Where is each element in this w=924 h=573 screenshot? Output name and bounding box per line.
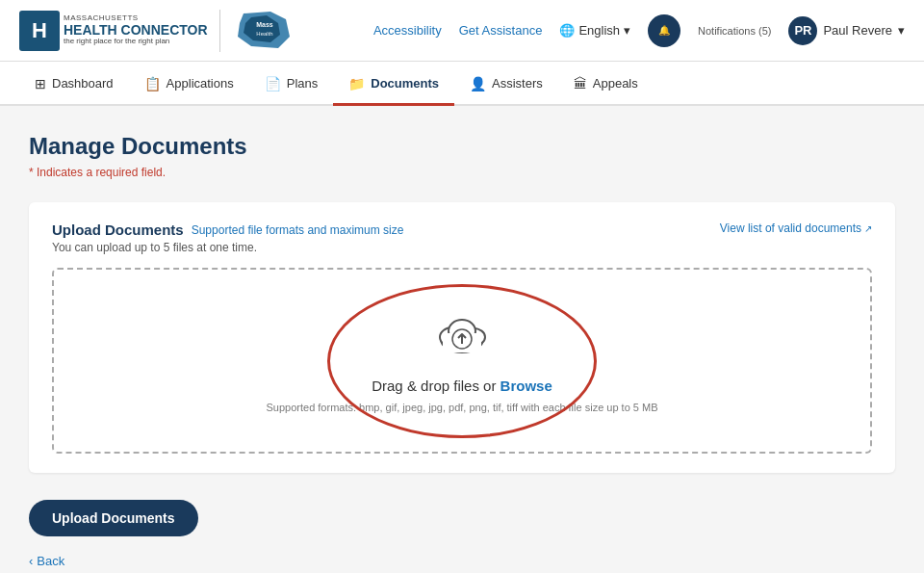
- required-asterisk: *: [29, 166, 34, 179]
- health-connector-logo: H MASSACHUSETTS HEALTH CONNECTOR the rig…: [19, 11, 208, 51]
- svg-text:Health: Health: [256, 31, 272, 37]
- supported-formats-text: Supported formats: bmp, gif, jpeg, jpg, …: [266, 402, 657, 413]
- cloud-upload-icon: [431, 308, 493, 364]
- user-menu-button[interactable]: PR Paul Revere ▾: [788, 16, 905, 45]
- notifications-button[interactable]: 🔔: [648, 14, 680, 47]
- tab-dashboard[interactable]: ⊞ Dashboard: [19, 64, 129, 106]
- masshealth-svg: Mass Health: [232, 10, 297, 52]
- main-navigation: ⊞ Dashboard 📋 Applications 📄 Plans 📁 Doc…: [0, 62, 924, 106]
- notification-bell-icon: 🔔: [658, 25, 670, 36]
- view-valid-docs-link[interactable]: View list of valid documents ↗: [720, 221, 872, 235]
- back-link[interactable]: ‹ Back: [29, 554, 895, 568]
- upload-documents-button[interactable]: Upload Documents: [29, 500, 198, 536]
- upload-title: Upload Documents Supported file formats …: [52, 221, 403, 238]
- hc-logo-icon: H: [19, 11, 60, 51]
- get-assistance-link[interactable]: Get Assistance: [459, 23, 543, 38]
- applications-icon: 📋: [144, 76, 161, 91]
- masshealth-logo: Mass Health: [219, 10, 297, 52]
- external-link-icon: ↗: [864, 223, 872, 234]
- dashboard-icon: ⊞: [35, 76, 46, 91]
- upload-subtitle: You can upload up to 5 files at one time…: [52, 241, 403, 254]
- documents-icon: 📁: [348, 76, 365, 91]
- page-title: Manage Documents: [29, 133, 895, 160]
- header: H MASSACHUSETTS HEALTH CONNECTOR the rig…: [0, 0, 924, 62]
- plans-icon: 📄: [265, 76, 281, 91]
- tab-documents[interactable]: 📁 Documents: [333, 64, 454, 106]
- user-avatar: PR: [788, 16, 817, 45]
- cloud-svg: [431, 308, 493, 360]
- upload-section: Upload Documents Supported file formats …: [29, 202, 895, 473]
- accessibility-link[interactable]: Accessibility: [373, 23, 442, 38]
- chevron-down-icon: ▾: [624, 23, 630, 38]
- drop-zone-text: Drag & drop files or Browse: [372, 378, 552, 394]
- appeals-icon: 🏛: [574, 76, 587, 91]
- tab-appeals[interactable]: 🏛 Appeals: [558, 64, 654, 106]
- language-button[interactable]: 🌐 English ▾: [559, 23, 630, 38]
- tab-plans[interactable]: 📄 Plans: [249, 64, 334, 106]
- globe-icon: 🌐: [559, 23, 575, 38]
- file-drop-zone[interactable]: Drag & drop files or Browse Supported fo…: [52, 268, 872, 454]
- logo-area: H MASSACHUSETTS HEALTH CONNECTOR the rig…: [19, 10, 297, 52]
- header-navigation: Accessibility Get Assistance 🌐 English ▾…: [373, 14, 905, 47]
- hc-logo-text: MASSACHUSETTS HEALTH CONNECTOR the right…: [64, 14, 208, 46]
- upload-header: Upload Documents Supported file formats …: [52, 221, 872, 254]
- assisters-icon: 👤: [470, 76, 486, 91]
- notifications-label: Notifications (5): [698, 25, 771, 37]
- user-chevron-icon: ▾: [898, 23, 905, 38]
- main-content: Manage Documents * Indicates a required …: [0, 106, 924, 573]
- browse-link[interactable]: Browse: [500, 378, 552, 394]
- tab-assisters[interactable]: 👤 Assisters: [454, 64, 558, 106]
- formats-link[interactable]: Supported file formats and maximum size: [192, 223, 404, 237]
- back-arrow-icon: ‹: [29, 554, 33, 568]
- upload-title-group: Upload Documents Supported file formats …: [52, 221, 403, 254]
- required-field-note: * Indicates a required field.: [29, 166, 895, 179]
- svg-text:Mass: Mass: [256, 21, 273, 28]
- tab-applications[interactable]: 📋 Applications: [129, 64, 249, 106]
